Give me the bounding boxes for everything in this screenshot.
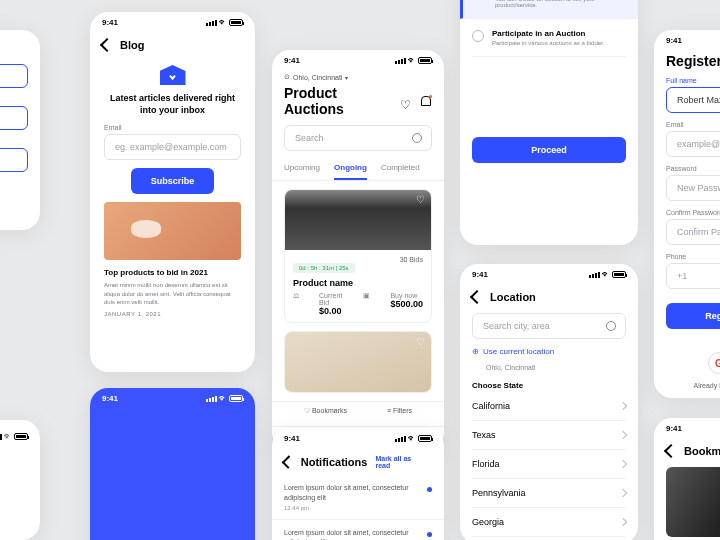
status-bar: 9:41 ᯤ [460, 264, 638, 285]
chevron-right-icon [619, 489, 627, 497]
header: Location [460, 285, 638, 309]
tag-icon: ▣ [363, 292, 370, 300]
already-have-account[interactable]: Already have an account? [666, 382, 720, 389]
email-input[interactable]: eg. example@example.com [104, 134, 241, 160]
text-input[interactable] [0, 106, 28, 130]
notification-text: Lorem ipsum dolor sit amet, consectetur … [284, 483, 432, 503]
email-label: Email [104, 124, 241, 131]
search-input[interactable]: Search [284, 125, 432, 151]
tab-completed[interactable]: Completed [381, 157, 420, 180]
pin-icon: ⊙ [284, 73, 290, 81]
bookmarks-screen: 9:41 ᯤ Bookmarks [654, 418, 720, 540]
auction-card[interactable] [284, 331, 432, 393]
header: Blog [90, 33, 255, 57]
page-title: Register now [654, 51, 720, 77]
field-label: ils [0, 42, 28, 60]
notifications-screen: 9:41 ᯤ Notifications Mark all as read Lo… [272, 428, 444, 540]
wifi-icon: ᯤ [602, 270, 610, 279]
article-image [104, 202, 241, 260]
auction-card[interactable]: 0d : 5h : 31m | 25s 30 Bids Product name… [284, 189, 432, 323]
text-input[interactable] [0, 148, 28, 172]
chevron-right-icon [619, 431, 627, 439]
chevron-right-icon [619, 460, 627, 468]
back-icon[interactable] [664, 444, 678, 458]
status-time: 9:41 [666, 36, 682, 45]
subscribe-button[interactable]: Subscribe [131, 168, 215, 194]
status-bar: 9:41 ᯤ [272, 428, 444, 449]
radio-participate-auction[interactable]: Participate in an AuctionParticipate in … [472, 19, 626, 57]
radio-create-auction[interactable]: Create an AuctionYou can create an aucti… [460, 0, 638, 19]
search-wrapper: Search city, area [472, 313, 626, 339]
choose-state-heading: Choose State [460, 375, 638, 392]
product-image [285, 190, 431, 250]
search-wrapper: Search [284, 125, 432, 151]
confirm-password-label: Confirm Password [666, 209, 720, 216]
back-icon[interactable] [470, 290, 484, 304]
mark-all-read[interactable]: Mark all as read [375, 455, 432, 469]
tab-upcoming[interactable]: Upcoming [284, 157, 320, 180]
page-title: Location [490, 291, 536, 303]
state-row[interactable]: California [472, 392, 626, 421]
phone-input[interactable]: +1 [666, 263, 720, 289]
bookmarks-filter[interactable]: ♡ Bookmarks [304, 407, 347, 415]
back-icon[interactable] [282, 455, 295, 468]
signal-icon [206, 20, 217, 26]
buy-now-label: Buy now [390, 292, 423, 299]
product-name: Product name [293, 278, 423, 288]
page-title: Blog [120, 39, 144, 51]
bell-icon[interactable] [420, 95, 432, 107]
fullname-input[interactable]: Robert Maxwell [666, 87, 720, 113]
status-bar: 9:41 ᯤ [0, 432, 28, 441]
phone-label: Phone [666, 253, 720, 260]
page-title: Bookmarks [684, 445, 720, 457]
tab-ongoing[interactable]: Ongoing [334, 157, 367, 180]
product-image [285, 332, 431, 392]
partial-left-phone: ils [0, 30, 40, 230]
filters-button[interactable]: ≡ Filters [387, 407, 412, 415]
fullname-label: Full name [666, 77, 720, 84]
state-row[interactable]: Georgia [472, 508, 626, 537]
back-icon[interactable] [100, 38, 114, 52]
notification-item[interactable]: Lorem ipsum dolor sit amet, consectetur … [272, 520, 444, 540]
bookmark-image[interactable] [666, 467, 720, 537]
google-login-button[interactable]: G [708, 352, 720, 374]
text-input[interactable] [0, 64, 28, 88]
status-bar: 9:41 ᯤ [654, 418, 720, 439]
wifi-icon: ᯤ [4, 432, 12, 441]
partial-bottom-left-phone: 9:41 ᯤ omplete your [0, 420, 40, 540]
heart-icon[interactable] [400, 95, 412, 107]
radio-icon [472, 30, 484, 42]
status-time: 9:41 [284, 434, 300, 443]
location-breadcrumb[interactable]: ⊙Ohio, Cincinnati ▾ [272, 71, 444, 83]
state-row[interactable]: Texas [472, 421, 626, 450]
battery-icon [229, 395, 243, 402]
search-input[interactable]: Search city, area [472, 313, 626, 339]
status-bar: 9:41 ᯤ [654, 30, 720, 51]
article-date: JANUARY 1, 2021 [104, 311, 241, 317]
use-current-location[interactable]: ⊕Use current location [460, 343, 638, 360]
state-row[interactable]: Pennsylvania [472, 479, 626, 508]
gavel-icon: ⚖ [293, 292, 299, 300]
auctions-screen: 9:41 ᯤ ⊙Ohio, Cincinnati ▾ Product Aucti… [272, 50, 444, 450]
state-row[interactable]: Florida [472, 450, 626, 479]
target-icon: ⊕ [472, 347, 479, 356]
bid-count: 30 Bids [400, 256, 423, 263]
chevron-right-icon [619, 402, 627, 410]
envelope-icon [160, 65, 186, 85]
password-input[interactable]: New Password [666, 175, 720, 201]
status-time: 9:41 [102, 394, 118, 403]
signal-icon [395, 58, 406, 64]
signal-icon [0, 434, 2, 440]
notification-item[interactable]: Lorem ipsum dolor sit amet, consectetur … [272, 475, 444, 520]
article-title[interactable]: Top products to bid in 2021 [104, 268, 241, 277]
email-input[interactable]: example@example.com [666, 131, 720, 157]
battery-icon [418, 57, 432, 64]
register-screen: 9:41 ᯤ Register now Full nameRobert Maxw… [654, 30, 720, 398]
register-button[interactable]: Register Now [666, 303, 720, 329]
wifi-icon: ᯤ [408, 434, 416, 443]
notification-time: 12:44 pm [284, 505, 432, 511]
confirm-password-input[interactable]: Confirm Password [666, 219, 720, 245]
status-bar: 9:41 ᯤ [90, 388, 255, 409]
proceed-button[interactable]: Proceed [472, 137, 626, 163]
signal-icon [589, 272, 600, 278]
